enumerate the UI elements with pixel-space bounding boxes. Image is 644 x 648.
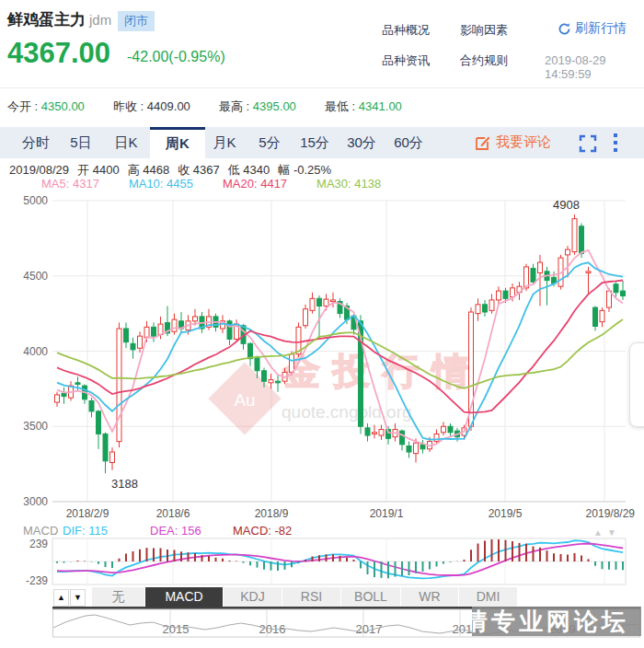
macd-histogram [57,539,623,578]
period-tab-周K[interactable]: 周K [150,127,205,158]
refresh-icon [558,22,571,36]
svg-text:2018/9: 2018/9 [255,507,289,520]
indicator-down-button[interactable]: ▼ [70,589,86,607]
watermark: Au金投行情quote.cngold.org [208,351,482,435]
svg-text:2019/5: 2019/5 [489,507,523,520]
period-tab-30分[interactable]: 30分 [341,127,382,158]
period-tab-5分[interactable]: 5分 [253,127,286,158]
contract-code: jdm [89,12,111,28]
period-tab-月K[interactable]: 月K [207,127,242,158]
edit-comment-icon [475,134,491,151]
period-tab-60分[interactable]: 60分 [388,127,429,158]
svg-text:4500: 4500 [23,270,48,283]
refresh-label: 刷新行情 [575,20,627,37]
svg-text:4000: 4000 [23,345,48,358]
watermark-bottom-text: 情专业网论坛 [472,608,629,635]
comment-button[interactable]: 我要评论 [475,133,551,151]
market-status-badge: 闭市 [118,11,155,31]
vertical-dots-icon [613,133,618,153]
contract-name: 鲜鸡蛋主力 [7,11,86,29]
stat-0: 今开 : 4350.00 [7,98,85,115]
indicator-tab-BOLL[interactable]: BOLL [341,587,400,607]
indicator-tab-RSI[interactable]: RSI [282,587,340,607]
indicator-tab-MACD[interactable]: MACD [145,587,223,607]
chart-annotations: 49083188 [111,198,580,491]
refresh-quotes-button[interactable]: 刷新行情 [558,20,627,37]
header-divider [0,87,644,88]
period-tabbar: 我要评论 分时5日日K周K月K5分15分30分60分 [0,127,644,158]
comment-label: 我要评论 [496,133,551,151]
period-tab-15分[interactable]: 15分 [294,127,335,158]
svg-text:DEA: 156: DEA: 156 [150,524,201,538]
svg-text:quote.cngold.org: quote.cngold.org [282,402,412,422]
svg-text:2018/2/9: 2018/2/9 [66,507,109,520]
stat-3: 最低 : 4341.00 [325,98,402,115]
period-tab-日K[interactable]: 日K [109,127,144,158]
svg-text:4908: 4908 [553,198,580,212]
last-price: 4367.00 [7,37,110,70]
ohlc-segment: 开 4400 [77,163,120,177]
ohlc-segment: 幅 -0.25% [278,163,331,177]
indicator-tab-WR[interactable]: WR [401,587,458,607]
link-variety-overview[interactable]: 品种概况 [382,22,430,39]
link-influence-factors[interactable]: 影响因素 [460,22,508,39]
fullscreen-button[interactable] [579,134,597,156]
indicator-up-button[interactable]: ▲ [53,589,69,607]
svg-text:MACD: MACD [23,524,58,538]
navigator-year-label: 2017 [356,622,383,636]
svg-text:2019/1: 2019/1 [370,507,404,520]
svg-text:239: 239 [29,538,48,550]
svg-text:5000: 5000 [23,194,48,207]
link-contract-rules[interactable]: 合约规则 [460,52,508,69]
svg-text:2018/6: 2018/6 [156,507,190,520]
svg-text:Au: Au [234,390,255,410]
navigator-watermark-overlay: 情专业网论坛 [472,607,641,636]
svg-text:DIF: 115: DIF: 115 [63,524,108,538]
candles [55,214,626,473]
stat-2: 最高 : 4395.00 [219,98,296,115]
period-tab-分时[interactable]: 分时 [15,127,57,158]
macd-panel: MACDDIF: 115DEA: 156MACD: -82▲▼239-239 [23,524,626,586]
ohlc-segment: 收 4367 [178,163,220,177]
svg-text:▼: ▼ [607,527,616,538]
price-change: -42.00(-0.95%) [127,49,225,65]
svg-text:3000: 3000 [23,495,48,508]
stat-1: 昨收 : 4409.00 [113,98,190,115]
page-title: 鲜鸡蛋主力jdm [7,9,111,30]
indicator-tab-DMI[interactable]: DMI [459,587,517,607]
ohlc-segment: 高 4468 [128,163,170,177]
navigator-year-label: 2015 [163,622,190,636]
quote-timestamp: 2019-08-29 14:59:59 [545,53,644,81]
more-options-button[interactable] [613,133,618,156]
indicator-tab-KDJ[interactable]: KDJ [224,587,282,607]
svg-text:▲: ▲ [593,527,603,538]
side-float-widget[interactable] [629,342,644,427]
period-tab-5日[interactable]: 5日 [64,127,98,158]
link-variety-news[interactable]: 品种资讯 [382,52,430,69]
ohlc-segment: 低 4340 [228,163,270,177]
svg-text:3188: 3188 [111,477,138,491]
fullscreen-icon [579,134,597,153]
candlestick-chart[interactable]: 500045004000350030002018/2/92018/62018/9… [0,189,644,586]
ohlc-segment: 2019/08/29 [9,163,69,177]
svg-text:MACD: -82: MACD: -82 [233,524,292,538]
svg-text:-239: -239 [26,574,48,586]
svg-text:2019/8/29: 2019/8/29 [586,507,636,520]
svg-text:3500: 3500 [23,420,48,433]
indicator-tab-无[interactable]: 无 [92,587,144,607]
